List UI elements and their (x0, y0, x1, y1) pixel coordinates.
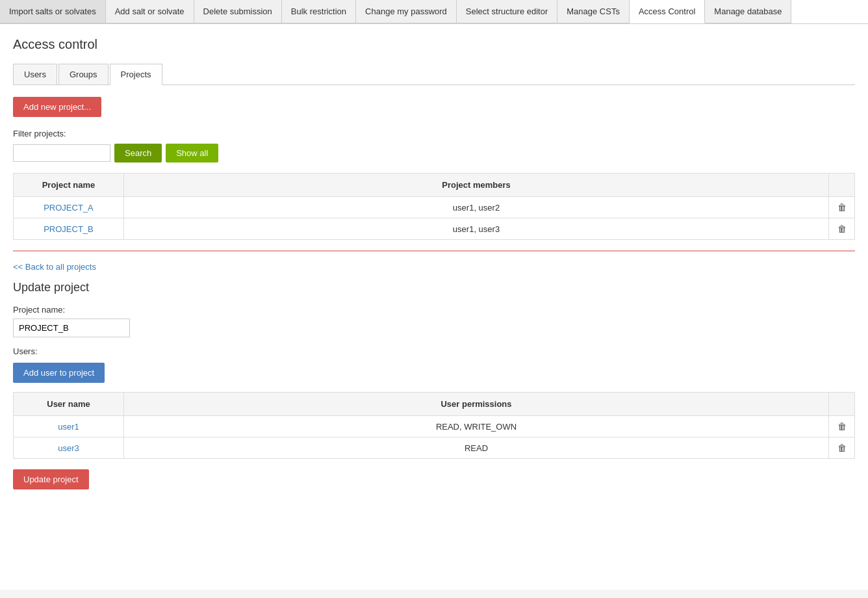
add-user-to-project-button[interactable]: Add user to project (13, 363, 105, 383)
top-navigation: Import salts or solvates Add salt or sol… (0, 0, 868, 24)
project-link-b[interactable]: PROJECT_B (44, 224, 94, 234)
user-permissions-cell: READ (124, 437, 829, 459)
users-table-wrapper: User name User permissions user1 READ, W… (13, 392, 855, 459)
tab-users[interactable]: Users (13, 64, 57, 84)
col-header-actions (829, 174, 855, 197)
col-header-user-actions (829, 393, 855, 416)
table-row: user3 READ 🗑 (14, 437, 855, 459)
tab-groups[interactable]: Groups (58, 64, 108, 84)
tab-delete-submission[interactable]: Delete submission (194, 0, 282, 23)
search-button[interactable]: Search (114, 144, 162, 162)
update-project-section: Update project Project name: Users: Add … (13, 281, 855, 489)
add-new-project-button[interactable]: Add new project... (13, 97, 101, 117)
project-name-cell: PROJECT_B (14, 218, 124, 240)
table-row: PROJECT_B user1, user3 🗑 (14, 218, 855, 240)
user-name-cell: user1 (14, 416, 124, 437)
table-row: user1 READ, WRITE_OWN 🗑 (14, 416, 855, 437)
delete-user-icon[interactable]: 🗑 (837, 443, 847, 453)
col-header-user-name: User name (14, 393, 124, 416)
tab-select-structure-editor[interactable]: Select structure editor (457, 0, 557, 23)
update-project-button[interactable]: Update project (13, 469, 89, 489)
show-all-button[interactable]: Show all (166, 144, 218, 162)
delete-project-icon[interactable]: 🗑 (837, 202, 847, 213)
tab-bulk-restriction[interactable]: Bulk restriction (282, 0, 356, 23)
users-table: User name User permissions user1 READ, W… (13, 392, 855, 459)
project-delete-cell: 🗑 (829, 218, 855, 240)
delete-user-icon[interactable]: 🗑 (837, 421, 847, 432)
back-link[interactable]: << Back to all projects (13, 262, 855, 272)
tab-projects[interactable]: Projects (110, 64, 162, 85)
project-delete-cell: 🗑 (829, 197, 855, 218)
tab-manage-csts[interactable]: Manage CSTs (557, 0, 630, 23)
tab-import-salts[interactable]: Import salts or solvates (0, 0, 106, 23)
update-project-title: Update project (13, 281, 855, 294)
filter-row: Search Show all (13, 144, 855, 162)
section-tabs: Users Groups Projects (13, 64, 855, 85)
col-header-project-members: Project members (124, 174, 829, 197)
col-header-project-name: Project name (14, 174, 124, 197)
tab-access-control[interactable]: Access Control (630, 0, 705, 23)
user-name-cell: user3 (14, 437, 124, 459)
col-header-user-permissions: User permissions (124, 393, 829, 416)
project-members-cell: user1, user2 (124, 197, 829, 218)
user-delete-cell: 🗑 (829, 416, 855, 437)
project-link-a[interactable]: PROJECT_A (44, 203, 94, 213)
project-name-cell: PROJECT_A (14, 197, 124, 218)
page-title: Access control (13, 37, 855, 52)
filter-section: Filter projects: Search Show all (13, 129, 855, 162)
user-delete-cell: 🗑 (829, 437, 855, 459)
projects-table-wrapper: Project name Project members PROJECT_A u… (13, 173, 855, 240)
user-link-1[interactable]: user1 (58, 422, 79, 432)
filter-input[interactable] (13, 144, 110, 162)
tab-manage-database[interactable]: Manage database (705, 0, 791, 23)
tab-change-password[interactable]: Change my password (356, 0, 457, 23)
delete-project-icon[interactable]: 🗑 (837, 224, 847, 234)
projects-table: Project name Project members PROJECT_A u… (13, 173, 855, 240)
main-content: Access control Users Groups Projects Add… (0, 24, 868, 590)
project-name-input[interactable] (13, 318, 130, 337)
user-link-3[interactable]: user3 (58, 443, 79, 453)
project-name-group: Project name: (13, 305, 855, 337)
user-permissions-cell: READ, WRITE_OWN (124, 416, 829, 437)
tab-add-salt[interactable]: Add salt or solvate (106, 0, 194, 23)
users-label: Users: (13, 346, 855, 356)
section-divider (13, 250, 855, 252)
filter-label: Filter projects: (13, 129, 855, 138)
project-members-cell: user1, user3 (124, 218, 829, 240)
table-row: PROJECT_A user1, user2 🗑 (14, 197, 855, 218)
project-name-label: Project name: (13, 305, 855, 315)
